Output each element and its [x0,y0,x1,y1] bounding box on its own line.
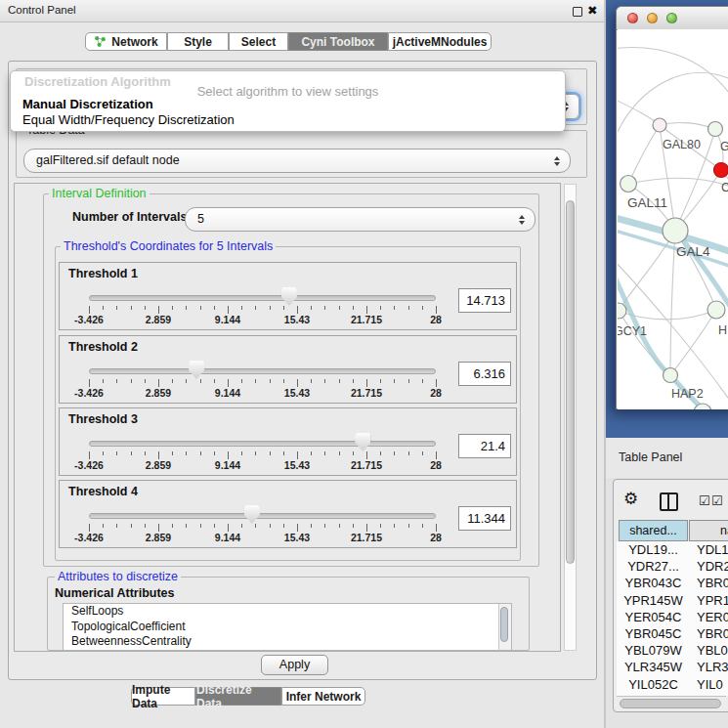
threshold-panel-2: Threshold 2-3.4262.8599.14415.4321.71528… [59,335,517,404]
combo-stepper-icon [519,215,525,225]
slider-tick [241,451,242,455]
network-node[interactable] [708,122,723,137]
slider-tick [255,306,256,310]
network-window-titlebar[interactable] [617,7,728,30]
cell-shared-name: YIL052C [619,676,688,693]
slider-scale-label: 21.715 [342,459,391,471]
slider-tick [89,451,90,459]
slider-tick [324,379,325,383]
split-view-icon[interactable] [660,492,678,511]
network-node[interactable] [653,118,666,132]
slider-tick [200,306,201,310]
network-edge[interactable] [660,122,715,129]
column-header-name[interactable]: na [689,520,728,541]
network-node[interactable] [714,163,728,178]
checkbox-icon[interactable]: ☑ [699,494,710,507]
table-row[interactable]: YPR145WYPR1 [617,592,728,609]
slider-tick [186,379,187,383]
table-row[interactable]: YER054CYER0 [617,609,728,625]
table-row[interactable]: YBR043CYBR0 [617,575,728,591]
table-row[interactable]: YBR045CYBR0 [617,625,728,642]
table-row[interactable]: YIL052CYIL0 [617,676,728,693]
slider-tick [158,524,159,532]
table-row[interactable]: YLR345WYLR3 [617,659,728,675]
table-row[interactable]: YDR27...YDR2 [617,558,728,575]
slider-tick [200,379,201,383]
settings-scrollbar[interactable] [564,184,577,651]
slider-thumb[interactable] [281,287,297,306]
slider-tick [241,524,242,528]
slider-thumb[interactable] [355,433,370,451]
slider-thumb[interactable] [189,361,204,379]
network-edge[interactable] [670,310,716,375]
algorithm-option[interactable]: Manual Discretization [22,97,153,111]
network-edge[interactable] [670,231,675,375]
network-node[interactable] [664,368,678,383]
table-horizontal-scrollbar[interactable] [617,696,726,711]
algorithm-option[interactable]: Equal Width/Frequency Discretization [22,112,235,127]
slider-scale-label: 9.144 [203,387,252,399]
apply-button[interactable]: Apply [261,655,328,675]
checkbox-icon[interactable]: ☑ [711,494,723,507]
tab-style[interactable]: Style [167,32,229,51]
slider-scale-label: -3.426 [64,532,113,543]
tab-infer-network[interactable]: Infer Network [281,687,365,706]
network-node[interactable] [707,301,725,319]
table-row[interactable]: YBL079WYBL0 [617,642,728,659]
slider-tick [339,524,340,528]
slider-tick [145,451,146,455]
network-node[interactable] [663,218,688,243]
table-data-combobox-value: galFiltered.sif default node [36,150,180,172]
scrollbar-thumb[interactable] [620,699,721,708]
number-of-intervals-combobox[interactable]: 5 [185,207,535,232]
scrollbar-thumb[interactable] [500,607,508,642]
attributes-list-scrollbar[interactable] [498,604,511,650]
slider-thumb[interactable] [244,505,260,524]
tab-network[interactable]: Network [85,32,167,51]
tab-cyni-toolbox[interactable]: Cyni Toolbox [288,32,388,51]
network-edge[interactable] [618,48,728,98]
slider-track[interactable] [89,513,436,519]
scrollbar-thumb[interactable] [566,200,575,564]
attribute-list-item[interactable]: BetweennessCentrality [64,634,511,650]
slider-track[interactable] [89,368,436,374]
tab-impute-data[interactable]: Impute Data [131,687,195,706]
slider-track[interactable] [89,295,436,301]
slider-tick [103,451,104,455]
slider-tick [353,306,354,310]
slider-tick [131,451,132,455]
tab-discretize-data[interactable]: Discretize Data [195,687,281,706]
slider-tick [214,524,215,528]
column-header-shared-name[interactable]: shared... [619,520,688,541]
slider-tick [116,451,117,455]
threshold-value-field[interactable]: 21.4 [458,434,511,458]
zoom-traffic-light[interactable] [666,13,677,23]
slider-tick [394,379,395,383]
close-traffic-light[interactable] [627,13,638,23]
slider-tick [116,379,117,383]
network-edge[interactable] [628,125,660,184]
minimize-traffic-light[interactable] [647,13,658,23]
table-data-combobox[interactable]: galFiltered.sif default node [23,149,571,173]
network-view-window[interactable]: GAL80GACGAL11GAL4GCY1HHAP2 [616,6,728,409]
slider-tick [422,306,423,310]
threshold-value-field[interactable]: 14.713 [458,288,511,313]
network-node[interactable] [621,176,637,193]
network-canvas[interactable]: GAL80GACGAL11GAL4GCY1HHAP2 [618,29,728,409]
network-node-label: GAL4 [676,244,710,259]
attribute-list-item[interactable]: SelfLoops [64,604,511,620]
table-row[interactable]: YDL19...YDL1 [617,541,728,558]
numerical-attributes-list[interactable]: SelfLoopsTopologicalCoefficientBetweenne… [63,603,512,651]
threshold-value-field[interactable]: 6.316 [458,362,511,386]
slider-track[interactable] [89,441,436,447]
cell-shared-name: YLR345W [619,659,688,675]
tab-jactivemnodules[interactable]: jActiveMNodules [388,32,492,51]
threshold-value-field[interactable]: 11.344 [458,506,511,531]
float-window-icon[interactable] [573,7,582,17]
gear-icon[interactable]: ⚙ [623,491,638,507]
slider-tick [228,379,229,387]
tab-select[interactable]: Select [229,32,288,51]
slider-tick [186,524,187,528]
close-icon[interactable]: ✖ [587,3,597,18]
attribute-list-item[interactable]: TopologicalCoefficient [64,620,511,635]
